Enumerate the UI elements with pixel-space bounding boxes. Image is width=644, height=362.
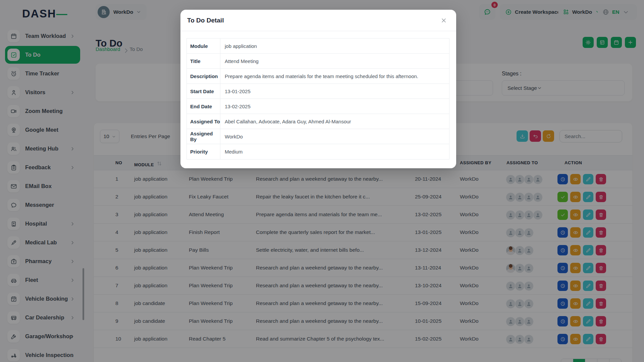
detail-value: Prepare agenda items and materials for t…	[220, 69, 449, 83]
detail-row: DescriptionPrepare agenda items and mate…	[187, 69, 449, 84]
detail-label: Title	[187, 54, 220, 68]
detail-value: WorkDo	[220, 129, 449, 144]
close-button[interactable]	[440, 17, 447, 24]
detail-value: Attend Meeting	[220, 54, 449, 68]
detail-label: Module	[187, 39, 220, 53]
x-icon	[440, 17, 447, 24]
detail-row: Modulejob application	[187, 39, 449, 54]
detail-row: TitleAttend Meeting	[187, 54, 449, 69]
detail-row: PriorityMedium	[187, 144, 449, 159]
detail-value: 13-02-2025	[220, 99, 449, 114]
detail-value: 13-01-2025	[220, 84, 449, 99]
detail-value: job application	[220, 39, 449, 53]
detail-row: Assigned ByWorkDo	[187, 129, 449, 144]
detail-label: Priority	[187, 144, 220, 159]
detail-value: Abel Callahan, Advocate, Adara Guy, Ahme…	[220, 114, 449, 129]
modal-header: To Do Detail	[180, 10, 456, 31]
modal-title: To Do Detail	[187, 17, 224, 24]
todo-detail-modal: To Do Detail Modulejob applicationTitleA…	[180, 10, 456, 168]
detail-label: Start Date	[187, 84, 220, 99]
detail-row: Assigned ToAbel Callahan, Advocate, Adar…	[187, 114, 449, 129]
modal-detail-table: Modulejob applicationTitleAttend Meeting…	[186, 38, 449, 160]
detail-label: Description	[187, 69, 220, 83]
detail-value: Medium	[220, 144, 449, 159]
detail-label: End Date	[187, 99, 220, 114]
detail-label: Assigned By	[187, 129, 220, 144]
app-window: DASH— Team WorkloadTo DoTime TrackerVisi…	[0, 0, 644, 362]
detail-label: Assigned To	[187, 114, 220, 129]
detail-row: End Date13-02-2025	[187, 99, 449, 114]
detail-row: Start Date13-01-2025	[187, 84, 449, 99]
